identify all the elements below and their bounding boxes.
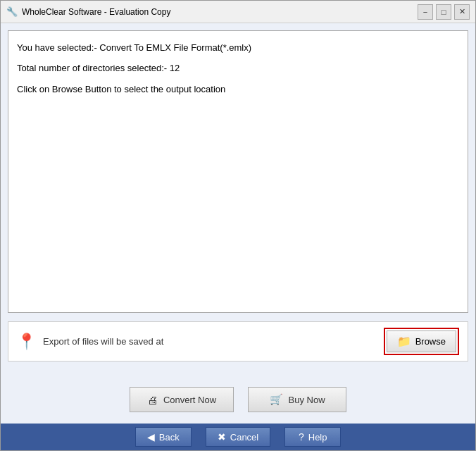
back-icon: ◀ bbox=[147, 431, 155, 443]
info-area: You have selected:- Convert To EMLX File… bbox=[8, 30, 468, 313]
browse-button[interactable]: 📁 Browse bbox=[387, 330, 456, 352]
window-title: WholeClear Software - Evaluation Copy bbox=[22, 7, 418, 17]
info-line-1: You have selected:- Convert To EMLX File… bbox=[17, 39, 459, 56]
nav-bar: ◀ Back ✖ Cancel ? Help bbox=[1, 424, 475, 450]
back-label: Back bbox=[159, 432, 180, 443]
app-icon: 🔧 bbox=[6, 6, 18, 18]
cancel-button[interactable]: ✖ Cancel bbox=[206, 427, 270, 447]
location-icon: 📍 bbox=[17, 333, 36, 351]
convert-icon: 🖨 bbox=[147, 394, 158, 406]
browse-label: Browse bbox=[415, 336, 446, 347]
window-controls: − □ ✕ bbox=[418, 4, 470, 20]
action-row: 🖨 Convert Now 🛒 Buy Now bbox=[8, 380, 468, 416]
minimize-button[interactable]: − bbox=[418, 4, 433, 20]
convert-label: Convert Now bbox=[163, 395, 216, 405]
help-label: Help bbox=[308, 432, 327, 443]
buy-now-button[interactable]: 🛒 Buy Now bbox=[248, 387, 346, 412]
help-icon: ? bbox=[299, 431, 304, 443]
close-button[interactable]: ✕ bbox=[454, 4, 470, 20]
cancel-label: Cancel bbox=[230, 432, 258, 443]
buy-label: Buy Now bbox=[289, 395, 325, 405]
export-label: Export of files will be saved at bbox=[43, 336, 377, 347]
convert-now-button[interactable]: 🖨 Convert Now bbox=[130, 387, 234, 412]
folder-icon: 📁 bbox=[397, 335, 411, 348]
main-window: 🔧 WholeClear Software - Evaluation Copy … bbox=[0, 0, 476, 451]
browse-btn-wrapper: 📁 Browse bbox=[384, 328, 459, 355]
info-line-2: Total number of directories selected:- 1… bbox=[17, 60, 459, 76]
cancel-icon: ✖ bbox=[218, 431, 226, 443]
back-button[interactable]: ◀ Back bbox=[135, 427, 192, 447]
main-content: You have selected:- Convert To EMLX File… bbox=[1, 23, 475, 424]
buy-icon: 🛒 bbox=[270, 393, 283, 406]
help-button[interactable]: ? Help bbox=[284, 427, 341, 447]
info-line-3: Click on Browse Button to select the out… bbox=[17, 81, 459, 97]
title-bar: 🔧 WholeClear Software - Evaluation Copy … bbox=[1, 1, 475, 23]
export-row: 📍 Export of files will be saved at 📁 Bro… bbox=[8, 321, 468, 362]
restore-button[interactable]: □ bbox=[436, 4, 451, 20]
